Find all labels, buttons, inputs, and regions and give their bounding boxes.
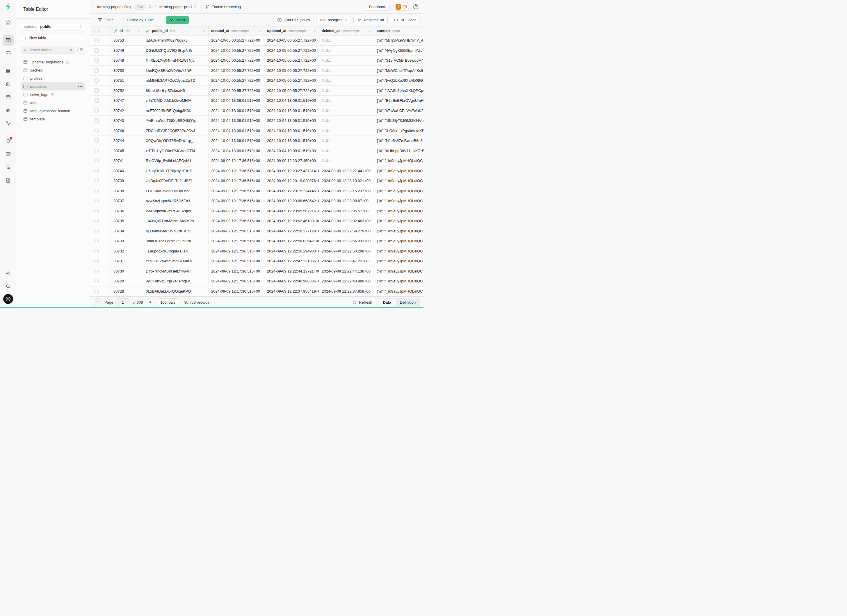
cell-id[interactable]: 30738 [111, 186, 143, 196]
cell-deleted_at[interactable]: 2024-09-09 12:23:05.57+00 [319, 206, 374, 216]
row-checkbox[interactable] [94, 109, 99, 113]
row-checkbox[interactable] [94, 139, 99, 143]
cell-updated_at[interactable]: 2024-09-09 12:23:27.459+00 [264, 156, 319, 166]
row-checkbox[interactable] [94, 68, 99, 73]
cell-public_id[interactable]: NhXEo1Xw04FnB4RzWTNjb [143, 56, 208, 65]
edge-functions-icon[interactable] [3, 105, 14, 116]
project-name[interactable]: farming-paper-prod [159, 4, 192, 9]
row-checkbox[interactable] [94, 219, 99, 223]
cell-created_at[interactable]: 2024-10-05 00:55:27.722+00 [208, 76, 264, 85]
row-checkbox[interactable] [94, 259, 99, 263]
cell-public_id[interactable]: bzwXazHgax6UIR58j6Fn3 [143, 196, 208, 206]
cell-content[interactable]: {"id":"sTsWaLCPsVA2WuK2 [374, 106, 424, 116]
cell-content[interactable]: {"id":"S1vrVC5BrB59wqcM4 [374, 56, 424, 65]
cell-deleted_at[interactable]: 2024-09-09 12:23:19.021+00 [319, 176, 374, 186]
cell-updated_at[interactable]: 2024-10-05 00:55:27.722+00 [264, 66, 319, 76]
notifications-pill[interactable]: ! [393, 3, 409, 11]
cell-public_id[interactable]: 3muDHTceTWso9lZj8hHNI [143, 236, 208, 246]
cell-id[interactable]: 30743 [111, 116, 143, 126]
enable-branching-button[interactable]: Enable branching [205, 4, 241, 9]
cell-content[interactable]: {"id":"_Id9aLyJpMHQLaiQC [374, 156, 424, 166]
cell-created_at[interactable]: 2024-10-04 13:09:01.519+00 [208, 116, 264, 126]
cell-deleted_at[interactable]: 2024-09-09 12:23:08.67+00 [319, 196, 374, 206]
cell-id[interactable]: 30752 [111, 86, 143, 96]
cell-deleted_at[interactable]: 2024-09-09 12:23:27.441+00 [319, 166, 374, 176]
cell-created_at[interactable]: 2024-10-04 13:09:01.519+00 [208, 106, 264, 116]
cell-deleted_at[interactable]: 2024-09-09 12:22:40.988+00 [319, 276, 374, 286]
column-header-deleted-at[interactable]: deleted_at timestamptz [319, 27, 374, 35]
insert-button[interactable]: Insert [166, 16, 189, 24]
cell-deleted_at[interactable]: NULL [319, 116, 374, 126]
auth-icon[interactable] [3, 78, 14, 90]
cell-content[interactable]: {"id":"fvrQ1bXoJ6XaAD08G [374, 76, 424, 85]
cell-updated_at[interactable]: 2024-10-05 00:55:27.722+00 [264, 35, 319, 46]
cell-public_id[interactable]: xrETI_HyGY0mPMGVqtOTM [143, 146, 208, 156]
sidebar-item-tags_questions_relation[interactable]: tags_questions_relation [21, 107, 85, 115]
cell-content[interactable]: {"id":"_Id9aLyJpMHQLaiQC [374, 166, 424, 176]
cell-deleted_at[interactable]: NULL [319, 106, 374, 116]
project-switcher-icon[interactable] [194, 4, 197, 9]
chevron-down-icon[interactable] [369, 29, 371, 33]
filter-button[interactable]: Filter [98, 18, 113, 22]
cell-content[interactable]: {"id":"3-O8cn_xPgs0cVxqKE [374, 126, 424, 136]
cell-id[interactable]: 30730 [111, 267, 143, 276]
cell-updated_at[interactable]: 2024-09-09 12:22:59.277128+00 [264, 226, 319, 236]
cell-created_at[interactable]: 2024-09-09 12:17:36.515+00 [208, 186, 264, 196]
row-checkbox[interactable] [94, 48, 99, 53]
cell-id[interactable]: 30731 [111, 256, 143, 266]
cell-deleted_at[interactable]: 2024-09-09 12:23:15.237+00 [319, 186, 374, 196]
cell-created_at[interactable]: 2024-09-09 12:17:36.515+00 [208, 246, 264, 256]
cell-content[interactable]: {"id":"5b7j5Pz9WHBNmY_A [374, 35, 424, 46]
logs-icon[interactable] [3, 162, 14, 173]
cell-id[interactable]: 30740 [111, 166, 143, 176]
column-header-id[interactable]: id int8 [111, 27, 143, 35]
sidebar-item-solve_logs[interactable]: solve_logs [21, 90, 85, 99]
cell-updated_at[interactable]: 2024-09-09 12:23:19.020076+00 [264, 176, 319, 186]
cell-created_at[interactable]: 2024-10-05 00:55:27.722+00 [208, 86, 264, 96]
cell-id[interactable]: 30746 [111, 126, 143, 136]
cell-public_id[interactable]: 8KraI-tSI-6-pSZcknaK5 [143, 86, 208, 96]
cell-id[interactable]: 30753 [111, 35, 143, 46]
cell-id[interactable]: 30737 [111, 196, 143, 206]
cell-id[interactable]: 30749 [111, 46, 143, 56]
row-checkbox[interactable] [94, 98, 99, 103]
cell-public_id[interactable]: 0L5BAfDaLDl5rQOiqeKPO [143, 286, 208, 296]
org-name[interactable]: farming-paper's Org [97, 4, 131, 9]
cell-content[interactable]: {"id":"_Id9aLyJpMHQLaiQC [374, 267, 424, 276]
cell-content[interactable]: {"id":"_Id9aLyJpMHQLaiQC [374, 236, 424, 246]
home-icon[interactable] [3, 17, 14, 28]
cell-public_id[interactable]: _l40sQIRTmMZfcm-MWMPs [143, 216, 208, 226]
cell-id[interactable]: 30732 [111, 246, 143, 256]
chevron-down-icon[interactable] [259, 29, 261, 33]
row-checkbox[interactable] [94, 209, 99, 213]
row-checkbox[interactable] [94, 58, 99, 62]
cell-public_id[interactable]: 8yUKotr9qGYjK2eFRhgLv [143, 276, 208, 286]
cell-created_at[interactable]: 2024-10-04 13:09:01.519+00 [208, 146, 264, 156]
sql-editor-icon[interactable] [3, 48, 14, 59]
cell-content[interactable]: {"id":"15LSIyT0JGMf3KI4Vn [374, 116, 424, 126]
cell-created_at[interactable]: 2024-10-05 00:55:27.722+00 [208, 35, 264, 46]
cell-public_id[interactable]: FHHUioa3bidd00BHyLeZt [143, 186, 208, 196]
cell-updated_at[interactable]: 2024-10-04 13:09:01.519+00 [264, 116, 319, 126]
cell-created_at[interactable]: 2024-09-09 12:17:36.515+00 [208, 276, 264, 286]
cell-content[interactable]: {"id":"MeWCriorTPopA4Kc9 [374, 66, 424, 76]
cell-deleted_at[interactable]: 2024-09-09 12:22:56.033+00 [319, 236, 374, 246]
cell-deleted_at[interactable]: 2024-09-09 12:22:50.298+00 [319, 246, 374, 256]
cell-content[interactable]: {"id":"4wyNgK55lOfrpmYZc [374, 46, 424, 56]
realtime-icon[interactable] [3, 118, 14, 129]
cell-deleted_at[interactable]: NULL [319, 35, 374, 46]
cell-content[interactable]: {"id":"1VASb3phnXXkQPCpv [374, 86, 424, 96]
chevron-down-icon[interactable] [203, 29, 206, 33]
sidebar-item-_prisma_migrations[interactable]: _prisma_migrations [21, 58, 85, 66]
cell-updated_at[interactable]: 2024-10-05 00:55:27.722+00 [264, 56, 319, 65]
cell-deleted_at[interactable]: 2024-09-09 12:22:59.279+00 [319, 226, 374, 236]
cell-created_at[interactable]: 2024-09-09 12:17:36.515+00 [208, 216, 264, 226]
column-header-content[interactable]: content jsonb [374, 27, 424, 35]
more-options-icon[interactable]: ••• [78, 84, 83, 89]
cell-updated_at[interactable]: 2024-09-09 12:22:56.03542+00 [264, 236, 319, 246]
cell-id[interactable]: 30729 [111, 276, 143, 286]
cell-public_id[interactable]: rYbORF2e4YgDt9fKAXaKn [143, 256, 208, 266]
cell-created_at[interactable]: 2024-10-05 00:55:27.722+00 [208, 46, 264, 56]
cell-id[interactable]: 30735 [111, 216, 143, 226]
role-select[interactable]: role postgres [316, 16, 351, 24]
